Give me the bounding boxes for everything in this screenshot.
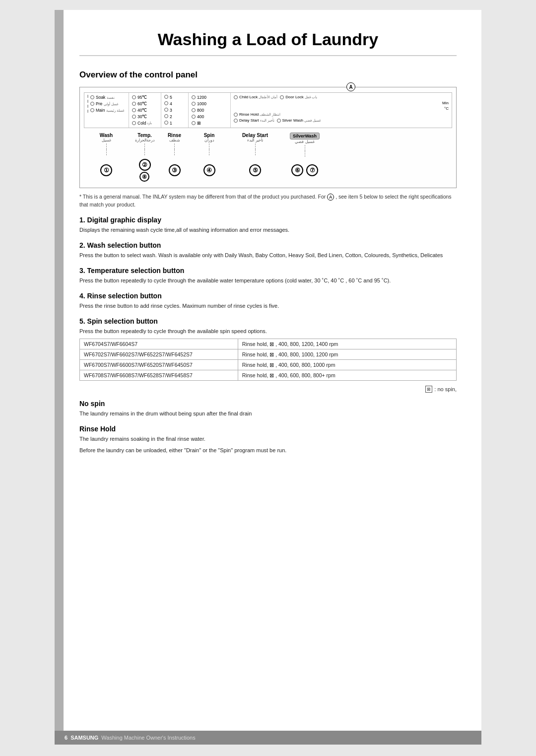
rinse-hold-heading: Rinse Hold [79, 425, 457, 433]
section-4-body: Press the rinse button to add rinse cycl… [79, 302, 457, 310]
num-2-cell: ② ⑧ [129, 159, 161, 182]
temp-cold-row: Cold بارد [132, 121, 158, 126]
rinse-2: 2 [164, 114, 185, 119]
note-text: * This is a general manual. The INLAY sy… [79, 193, 457, 209]
wash-col: Soak نفسة Pre غسل أولي Main غسلة رئيسية [84, 93, 129, 128]
rinse-hold-body2: Before the laundry can be unloaded, eith… [79, 446, 457, 455]
spin-1000: 1000 [192, 101, 227, 106]
spin-800: 800 [192, 108, 227, 113]
no-spin-heading: No spin [79, 400, 457, 408]
table-row: WF6702S7/WF6602S7/WF6522S7/WF6452S7 Rins… [80, 349, 457, 359]
number-circles-row: ① ② ⑧ ③ ④ ⑤ ⑥ ⑦ [84, 158, 452, 184]
soak-radio [90, 95, 94, 99]
page-title: Washing a Load of Laundry [79, 30, 457, 56]
no-spin-symbol-row: ⊠ : no spin, [79, 386, 457, 393]
section-2-body: Press the button to select wash. Wash is… [79, 251, 457, 260]
min-label: Min [234, 101, 449, 105]
section-3-body: Press the button repeatedly to cycle thr… [79, 276, 457, 285]
right-col: Child Lock أمان الأطفال Door Lock باب قف… [231, 93, 452, 128]
no-spin-body: The laundry remains in the drum without … [79, 410, 457, 418]
num-3-cell: ③ [161, 164, 188, 176]
label-a: A [346, 82, 355, 91]
delay-silver-row: Delay Start تأخير البدء Silver Wash غسيل… [234, 118, 449, 123]
num-6-7-cell: ⑥ ⑦ [280, 164, 330, 176]
section-1-body: Displays the remaining wash cycle time,a… [79, 226, 457, 234]
num-4-cell: ④ [188, 164, 230, 176]
temp-60-row: 60℃ [132, 101, 158, 106]
left-bar [55, 10, 64, 745]
no-spin-icon: ⊠ [425, 386, 432, 393]
footer-brand: SAMSUNG [70, 735, 98, 741]
temp-label-col: Temp. درجةالحرارة [129, 133, 161, 157]
table-row: WF6704S7/WF6604S7 Rinse hold, ⊠ , 400, 8… [80, 339, 457, 349]
main-radio [90, 108, 94, 112]
pre-radio [90, 102, 94, 106]
spin-400: 400 [192, 114, 227, 119]
num-5-cell: ⑤ [230, 164, 280, 176]
temp-95-row: 95℃ [132, 95, 158, 100]
knob-labels-row: Wash غسيل Temp. درجةالحرارة Rinse شطف Sp… [84, 130, 452, 158]
wash-connector [106, 143, 107, 149]
note-circle-a: A [327, 194, 334, 201]
section-5-heading: 5. Spin selection button [79, 317, 457, 325]
celsius-label: °C [234, 106, 449, 111]
control-panel-diagram: A Soak نفسة Pre غسل أولي [79, 87, 457, 188]
spin-nospin: ⊠ [192, 121, 227, 126]
section-4-heading: 4. Rinse selection button [79, 292, 457, 300]
overview-title: Overview of the control panel [79, 70, 457, 80]
wash-main-row: Main غسلة رئيسية [90, 108, 126, 113]
section-1-heading: 1. Digital graphic display [79, 216, 457, 224]
spin-label-col: Spin دوران [188, 133, 230, 157]
spin-table: WF6704S7/WF6604S7 Rinse hold, ⊠ , 400, 8… [79, 339, 457, 381]
child-door-lock-row: Child Lock أمان الأطفال Door Lock باب قف… [234, 95, 449, 99]
temp-30-row: 30℃ [132, 114, 158, 119]
indicators-grid: Soak نفسة Pre غسل أولي Main غسلة رئيسية … [84, 92, 452, 128]
section-3-heading: 3. Temperature selection button [79, 267, 457, 275]
rinse-hold-row: Rinse Hold انتظار الشطف [234, 112, 449, 117]
spin-col: 1200 1000 800 400 ⊠ [189, 93, 231, 128]
section-2-heading: 2. Wash selection button [79, 241, 457, 249]
temp-40-row: 40℃ [132, 108, 158, 113]
table-row: WF6708S7/WF6608S7/WF6528S7/WF6458S7 Rins… [80, 370, 457, 380]
rinse-col: 5 4 3 2 1 [161, 93, 189, 128]
rinse-3: 3 [164, 108, 185, 113]
rinse-hold-body1: The laundry remains soaking in the final… [79, 435, 457, 443]
silver-wash-label-col: SilverWash غسيل فضي [280, 133, 330, 157]
delay-start-label-col: Delay Start تأخير البدء [230, 133, 280, 157]
table-row: WF6700S7/WF6600S7/WF6520S7/WF6450S7 Rins… [80, 359, 457, 370]
num-1-cell: ① [84, 164, 129, 176]
wash-pre-row: Pre غسل أولي [90, 101, 126, 106]
wash-label-col: Wash غسيل [84, 133, 129, 157]
temp-col: 95℃ 60℃ 40℃ 30℃ Cold بارد [129, 93, 161, 128]
footer-manual-title: Washing Machine Owner's Instructions [101, 735, 195, 741]
wash-soak-row: Soak نفسة [90, 95, 126, 100]
spin-1200: 1200 [192, 95, 227, 100]
footer-bar: 6 SAMSUNG Washing Machine Owner's Instru… [55, 731, 481, 745]
num-8-cell: ⑧ [139, 172, 150, 182]
rinse-4: 4 [164, 101, 185, 106]
footer-page-num: 6 [65, 735, 67, 741]
rinse-5: 5 [164, 95, 185, 100]
section-5-body: Press the button repeatedly to cycle thr… [79, 327, 457, 336]
label-a-circle: A [346, 82, 355, 91]
rinse-1: 1 [164, 121, 185, 126]
rinse-label-col: Rinse شطف [161, 133, 188, 157]
